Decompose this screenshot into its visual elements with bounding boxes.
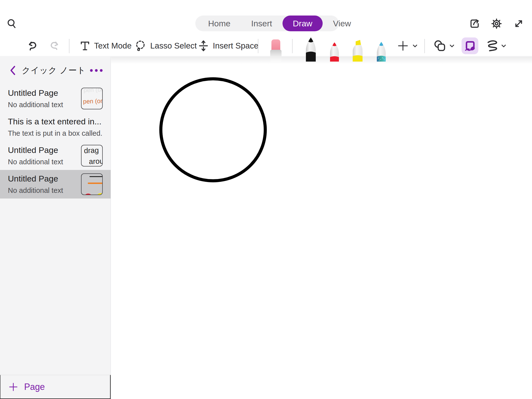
chevron-down-icon (500, 43, 507, 49)
thumbnail-ink-drawing (82, 174, 103, 195)
black-pen-tool[interactable] (304, 37, 318, 62)
black-pen-icon (304, 37, 318, 62)
red-pen-icon (328, 37, 341, 62)
yellow-highlighter-icon (351, 37, 365, 62)
page-sidebar: クイック ノート Untitled Page No additional tex… (0, 57, 111, 399)
search-icon (6, 18, 17, 29)
insert-space-icon (198, 40, 209, 52)
eraser-tool[interactable] (270, 37, 282, 62)
search-button[interactable] (6, 18, 17, 29)
ink-options-dropdown[interactable] (500, 37, 507, 55)
tab-view[interactable]: View (323, 16, 361, 31)
undo-button[interactable] (26, 37, 38, 55)
active-tool-highlight (462, 37, 478, 54)
toolbar-divider (258, 39, 258, 53)
text-mode-icon (79, 40, 91, 51)
toolbar-divider (292, 39, 293, 53)
chevron-down-icon (412, 43, 418, 49)
page-list-item-selected[interactable]: Untitled Page No additional text (0, 170, 111, 199)
galaxy-pen-icon (374, 37, 388, 62)
page-subtitle: The text is put in a box called... (8, 129, 103, 137)
settings-button[interactable] (490, 17, 503, 30)
insert-space-button[interactable]: Insert Space (198, 37, 258, 55)
notebook-more-button[interactable] (89, 65, 103, 76)
page-list-item[interactable]: Untitled Page No additional text drag ar… (0, 141, 111, 170)
text-mode-label: Text Mode (94, 41, 132, 50)
chevron-down-icon (449, 43, 455, 49)
page-title: Untitled Page (8, 88, 78, 98)
scribble-icon (486, 39, 499, 53)
page-item-texts: Untitled Page No additional text (8, 145, 78, 166)
ink-shape-tool-button[interactable] (462, 37, 478, 55)
redo-button[interactable] (49, 37, 61, 55)
page-thumbnail (81, 173, 103, 195)
yellow-highlighter-tool[interactable] (351, 37, 365, 62)
tab-insert[interactable]: Insert (241, 16, 283, 31)
plus-icon (9, 382, 18, 391)
ribbon-tabs: Home Insert Draw View (195, 16, 339, 31)
page-item-texts: Untitled Page No additional text (8, 88, 78, 109)
shapes-dropdown[interactable] (449, 37, 455, 55)
redo-icon (49, 40, 61, 52)
page-thumbnail: drag arou (81, 145, 103, 166)
page-subtitle: No additional text (8, 158, 78, 166)
page-item-texts: This is a text entered in... The text is… (8, 117, 103, 137)
drawn-circle (161, 79, 265, 181)
pen-options-dropdown[interactable] (412, 37, 418, 55)
shapes-icon (433, 39, 447, 53)
text-mode-button[interactable]: Text Mode (79, 37, 132, 55)
lasso-select-button[interactable]: Lasso Select (134, 37, 197, 55)
top-toolbar: Home Insert Draw View (0, 0, 532, 56)
thumbnail-ink-text: pen (ora (83, 97, 103, 105)
notebook-title: クイック ノート (18, 65, 89, 76)
red-pen-tool[interactable] (328, 37, 341, 62)
insert-space-label: Insert Space (213, 41, 258, 50)
page-title: This is a text entered in... (8, 117, 103, 126)
ellipsis-icon (89, 69, 103, 72)
galaxy-pen-tool[interactable] (374, 37, 388, 62)
sidebar-header: クイック ノート (0, 57, 111, 84)
toolbar-divider (69, 39, 69, 53)
undo-icon (26, 40, 38, 52)
eraser-icon (270, 37, 282, 62)
tab-draw[interactable]: Draw (283, 16, 323, 31)
toolbar-divider (424, 39, 425, 53)
canvas-ink-layer (111, 57, 532, 399)
add-pen-button[interactable] (397, 37, 409, 55)
fullscreen-expand-icon (513, 17, 525, 30)
onenote-window: Home Insert Draw View (0, 0, 532, 399)
back-button[interactable] (7, 65, 18, 76)
ink-scribble-button[interactable] (486, 37, 499, 55)
page-thumbnail: pen (bl pen (ora (81, 88, 103, 109)
lasso-select-label: Lasso Select (150, 41, 197, 50)
add-page-label: Page (24, 382, 45, 392)
thumbnail-ink-text: pen (bl (83, 88, 102, 94)
share-button[interactable] (468, 17, 481, 30)
shapes-button[interactable] (433, 37, 447, 55)
page-title: Untitled Page (8, 174, 78, 183)
chevron-left-icon (9, 65, 17, 76)
page-list-item[interactable]: Untitled Page No additional text pen (bl… (0, 84, 111, 113)
plus-icon (397, 40, 409, 52)
lasso-select-icon (134, 39, 147, 52)
page-item-texts: Untitled Page No additional text (8, 174, 78, 195)
share-icon (468, 17, 481, 30)
add-page-button[interactable]: Page (0, 375, 111, 399)
ink-shape-icon (464, 39, 476, 52)
settings-gear-icon (490, 17, 503, 30)
page-subtitle: No additional text (8, 186, 78, 195)
thumbnail-ink-text: arou (89, 157, 103, 166)
drawing-canvas[interactable] (111, 57, 532, 399)
page-list-item[interactable]: This is a text entered in... The text is… (0, 113, 111, 141)
thumbnail-ink-text: drag (84, 146, 99, 155)
page-title: Untitled Page (8, 145, 78, 155)
tab-home[interactable]: Home (198, 16, 241, 31)
page-subtitle: No additional text (8, 101, 78, 109)
fullscreen-button[interactable] (512, 17, 525, 30)
